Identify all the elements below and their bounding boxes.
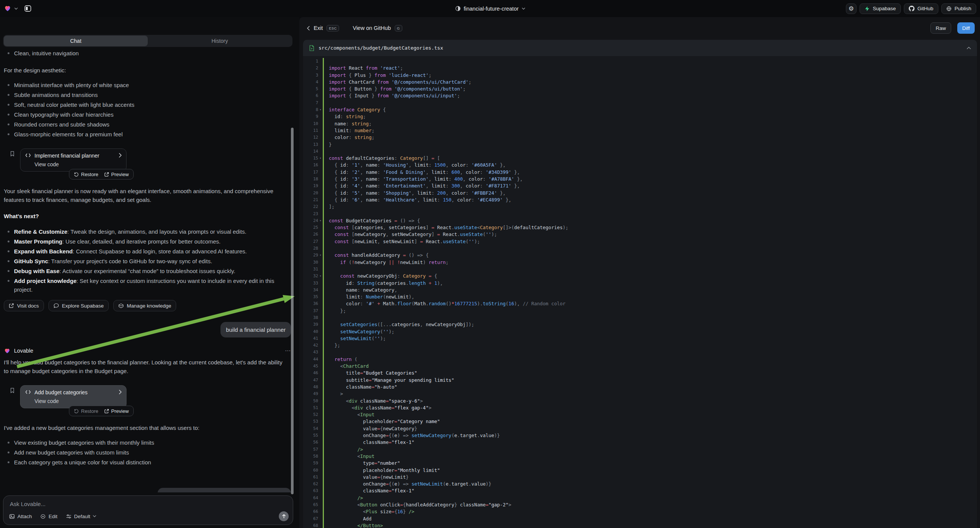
code-line: 54 value={newCategory}	[303, 425, 977, 432]
toggle-sidebar-icon[interactable]	[24, 5, 32, 13]
line-number: 27	[303, 238, 318, 245]
line-number: 57	[303, 446, 318, 453]
code-line: 42 };	[303, 342, 977, 349]
line-number: 48	[303, 384, 318, 391]
code-editor[interactable]: 12import React from 'react';3import { Pl…	[303, 56, 977, 528]
line-number: 13	[303, 141, 318, 148]
line-number: 5	[303, 86, 318, 92]
version-card-body[interactable]: Implement financial plannerView code	[20, 148, 127, 172]
arrow-up-icon	[282, 514, 286, 518]
explore-supabase-button[interactable]: Explore Supabase	[48, 300, 109, 311]
file-path-bar[interactable]: src/components/budget/BudgetCategories.t…	[303, 40, 977, 56]
fold-gutter	[318, 335, 323, 342]
code-line: 65 <Button onClick={handleAddCategory} c…	[303, 501, 977, 508]
code-line: 30 if (!newCategory || !newLimit) return…	[303, 259, 977, 266]
preview-button[interactable]: Preview	[104, 408, 129, 414]
fold-chevron-icon[interactable]: ▾	[318, 273, 323, 280]
view-code-link[interactable]: View code	[35, 161, 122, 167]
code-line: 13}	[303, 141, 977, 148]
model-select[interactable]: Default	[66, 514, 97, 519]
user-message-row: would be cool if you could add budget ca…	[4, 488, 291, 492]
list-item: Clean typography with clear hierarchies	[4, 110, 285, 119]
bookmark-icon[interactable]	[10, 388, 15, 395]
code-line: 24▾const BudgetCategories = () => {	[303, 218, 977, 224]
send-button[interactable]	[279, 511, 289, 521]
fold-gutter	[318, 467, 323, 474]
line-number: 68	[303, 522, 318, 528]
message-menu-icon[interactable]: ⋯	[285, 347, 291, 354]
list-item: Add project knowledge: Set key context o…	[4, 277, 285, 294]
fold-gutter	[318, 453, 323, 460]
fold-chevron-icon[interactable]: ▾	[318, 155, 323, 162]
github-button[interactable]: GitHub	[904, 3, 938, 14]
line-number: 49	[303, 391, 318, 397]
list-item: Soft, neutral color palette with light b…	[4, 100, 285, 109]
diff-toggle-button[interactable]: Diff	[957, 22, 975, 34]
visit-docs-button[interactable]: Visit docs	[4, 300, 44, 311]
attach-button[interactable]: Attach	[9, 514, 32, 519]
line-number: 64	[303, 495, 318, 501]
line-number: 33	[303, 280, 318, 287]
fold-gutter	[318, 266, 323, 273]
fold-chevron-icon[interactable]: ▾	[318, 218, 323, 224]
restore-button[interactable]: Restore	[74, 408, 99, 414]
quick-actions: Visit docsExplore SupabaseManage knowled…	[4, 300, 291, 311]
line-number: 45	[303, 363, 318, 370]
supabase-button[interactable]: Supabase	[859, 3, 901, 14]
fold-gutter	[318, 522, 323, 528]
list-item: View existing budget categories with the…	[4, 438, 285, 447]
fold-gutter	[318, 328, 323, 335]
manage-knowledge-button[interactable]: Manage knowledge	[113, 300, 176, 311]
preview-button[interactable]: Preview	[104, 172, 129, 177]
fold-gutter	[318, 127, 323, 134]
code-line: 33 id: String(categories.length + 1),	[303, 280, 977, 287]
chevron-down-icon[interactable]	[14, 8, 18, 10]
back-chevron-icon[interactable]	[307, 26, 310, 31]
fold-gutter	[318, 349, 323, 356]
project-switcher[interactable]: financial-future-creator	[455, 0, 525, 17]
fold-gutter	[318, 169, 323, 176]
code-line: 59 type="number"	[303, 460, 977, 467]
edit-mode-button[interactable]: Edit	[40, 514, 57, 519]
tab-chat[interactable]: Chat	[4, 36, 148, 46]
list-item: Rounded corners and subtle shadows	[4, 120, 285, 129]
publish-button[interactable]: Publish	[941, 3, 976, 14]
bookmark-icon[interactable]	[10, 151, 15, 158]
chat-paragraph: I'll help you add budget categories to t…	[4, 358, 285, 375]
code-line: 49 >	[303, 391, 977, 397]
code-line: 27 const [newLimit, setNewLimit] = React…	[303, 238, 977, 245]
raw-toggle-button[interactable]: Raw	[931, 22, 951, 34]
fold-chevron-icon[interactable]: ▾	[318, 252, 323, 259]
esc-key-badge: ESC	[326, 25, 339, 32]
fold-gutter	[318, 321, 323, 328]
version-title: Implement financial planner	[35, 153, 99, 159]
lovable-heart-logo[interactable]	[4, 5, 11, 12]
version-card-body[interactable]: Add budget categoriesView code	[20, 385, 127, 408]
chat-scroll-area[interactable]: Clean, intuitive navigationFor the desig…	[0, 49, 299, 492]
fold-gutter	[318, 148, 323, 155]
fold-chevron-icon[interactable]: ▾	[318, 107, 323, 113]
view-code-link[interactable]: View code	[35, 398, 122, 404]
line-number: 29	[303, 252, 318, 259]
restore-button[interactable]: Restore	[74, 172, 99, 177]
line-number: 30	[303, 259, 318, 266]
collapse-chevron-up-icon[interactable]	[967, 46, 971, 49]
view-on-github-link[interactable]: View on GitHub	[353, 25, 391, 31]
composer-placeholder: Ask Lovable...	[10, 501, 45, 507]
chat-scrollbar[interactable]	[291, 128, 294, 494]
tab-history[interactable]: History	[148, 36, 292, 46]
list-item: Debug with Ease: Activate our experiment…	[4, 267, 285, 275]
settings-button[interactable]: ⚙	[846, 3, 856, 14]
exit-button[interactable]: Exit	[313, 25, 323, 31]
list-item: Subtle animations and transitions	[4, 91, 285, 99]
line-number: 51	[303, 404, 318, 411]
line-number: 62	[303, 481, 318, 487]
composer[interactable]: Ask Lovable... Attach Edit	[3, 495, 293, 525]
fold-gutter	[318, 425, 323, 432]
project-icon	[455, 6, 461, 11]
fold-gutter	[318, 162, 323, 169]
code-line: 26 const [newCategory, setNewCategory] =…	[303, 231, 977, 238]
fold-gutter	[318, 391, 323, 397]
line-number: 17	[303, 169, 318, 176]
fold-gutter	[318, 79, 323, 86]
